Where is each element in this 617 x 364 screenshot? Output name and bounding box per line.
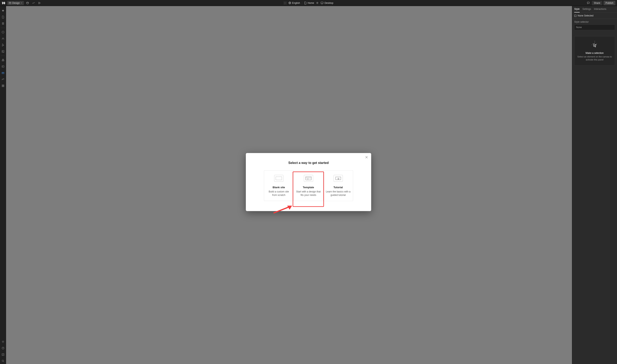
webflow-logo[interactable] xyxy=(2,1,6,5)
mode-dropdown[interactable]: Design xyxy=(7,1,24,5)
page-label: Home xyxy=(308,2,314,4)
right-panel: Style Settings Interactions None Selecte… xyxy=(572,6,617,364)
option-cards: Blank site Build a custom site from scra… xyxy=(252,170,365,201)
svg-rect-37 xyxy=(276,177,282,180)
cms-button[interactable] xyxy=(0,57,6,63)
navigator-button[interactable] xyxy=(0,21,6,26)
svg-point-21 xyxy=(2,51,3,51)
svg-point-28 xyxy=(3,341,3,342)
design-mode-icon xyxy=(9,2,11,4)
breakpoint-label: Desktop xyxy=(325,2,334,4)
page-dropdown[interactable]: Home xyxy=(304,2,314,4)
focus-icon xyxy=(283,2,286,4)
selection-label: None Selected xyxy=(578,14,593,17)
desktop-icon xyxy=(321,2,323,4)
page-icon xyxy=(304,2,307,4)
rail-separator xyxy=(1,56,5,56)
close-button[interactable] xyxy=(365,156,368,159)
canvas-settings-button[interactable] xyxy=(283,2,286,4)
svg-rect-0 xyxy=(9,2,11,4)
svg-rect-27 xyxy=(3,86,4,87)
card-subtitle: Build a custom site from scratch xyxy=(267,190,291,197)
svg-point-19 xyxy=(2,45,3,46)
analytics-icon[interactable] xyxy=(31,0,36,5)
card-title: Tutorial xyxy=(326,186,350,189)
variables-button[interactable] xyxy=(0,36,6,42)
card-title: Blank site xyxy=(267,186,291,189)
svg-point-18 xyxy=(3,45,4,46)
card-template[interactable]: Template Start with a design that fits y… xyxy=(294,170,323,201)
card-subtitle: Start with a design that fits your needs xyxy=(296,190,321,197)
users-button[interactable] xyxy=(0,70,6,76)
locale-dropdown[interactable]: English xyxy=(288,2,300,4)
rail-separator xyxy=(1,28,5,28)
search-button[interactable] xyxy=(0,358,6,364)
tab-style[interactable]: Style xyxy=(574,8,580,13)
comments-icon[interactable] xyxy=(586,0,591,5)
svg-rect-41 xyxy=(336,177,341,180)
locale-label: English xyxy=(292,2,300,4)
selection-indicator: None Selected xyxy=(572,13,617,19)
style-manager-button[interactable] xyxy=(0,42,6,48)
empty-state: Make a selection Select an element on th… xyxy=(574,36,615,66)
blank-site-icon xyxy=(274,175,283,182)
divider xyxy=(302,1,302,5)
top-toolbar: Design English Home Desktop xyxy=(0,0,617,6)
preview-icon[interactable] xyxy=(37,0,42,5)
svg-point-3 xyxy=(285,3,285,3)
style-selector-input[interactable]: None xyxy=(574,25,615,30)
card-title: Template xyxy=(296,186,321,189)
svg-point-17 xyxy=(2,44,3,45)
settings-button[interactable] xyxy=(0,339,6,345)
card-tutorial[interactable]: Tutorial Learn the basics with a guided … xyxy=(323,170,353,201)
svg-point-30 xyxy=(3,349,3,349)
empty-state-subtitle: Select an element on the canvas to activ… xyxy=(577,55,612,62)
square-icon xyxy=(574,15,577,17)
card-blank-site[interactable]: Blank site Build a custom site from scra… xyxy=(264,170,294,201)
svg-rect-22 xyxy=(2,66,4,67)
style-selector-label: Style selector xyxy=(572,19,617,25)
chevron-down-icon xyxy=(21,2,22,4)
svg-rect-34 xyxy=(574,15,576,17)
breakpoint-dropdown[interactable]: Desktop xyxy=(321,2,334,4)
panel-tabs: Style Settings Interactions xyxy=(572,6,617,13)
gear-icon xyxy=(316,2,319,4)
svg-point-32 xyxy=(2,360,4,362)
svg-point-2 xyxy=(26,2,28,3)
audit-button[interactable] xyxy=(0,351,6,358)
svg-rect-31 xyxy=(2,353,4,356)
help-button[interactable] xyxy=(0,345,6,351)
components-button[interactable] xyxy=(0,29,6,35)
page-settings-button[interactable] xyxy=(316,2,319,4)
assets-button[interactable] xyxy=(0,48,6,54)
logic-button[interactable] xyxy=(0,64,6,69)
svg-line-33 xyxy=(3,361,4,362)
empty-state-title: Make a selection xyxy=(577,52,612,54)
left-tool-rail xyxy=(0,6,6,364)
apps-button[interactable] xyxy=(0,83,6,89)
globe-icon xyxy=(288,2,291,4)
tab-interactions[interactable]: Interactions xyxy=(594,8,606,13)
topbar-right: Share Publish xyxy=(586,0,615,5)
template-icon xyxy=(304,175,313,182)
svg-rect-8 xyxy=(321,2,323,4)
svg-rect-26 xyxy=(2,86,3,87)
svg-marker-43 xyxy=(287,206,292,210)
svg-rect-25 xyxy=(3,85,4,86)
card-subtitle: Learn the basics with a guided tutorial xyxy=(326,190,350,197)
ecommerce-button[interactable] xyxy=(0,76,6,82)
modal-title: Select a way to get started xyxy=(252,161,365,165)
cursor-click-icon xyxy=(590,40,599,49)
add-element-button[interactable] xyxy=(0,8,6,14)
share-button[interactable]: Share xyxy=(592,1,602,5)
get-started-modal: Select a way to get started Blank site B… xyxy=(246,153,371,211)
pages-button[interactable] xyxy=(0,14,6,20)
svg-point-7 xyxy=(317,3,318,3)
mode-label: Design xyxy=(12,2,20,4)
tab-settings[interactable]: Settings xyxy=(582,8,591,13)
topbar-center: English Home Desktop xyxy=(283,1,333,5)
svg-rect-38 xyxy=(306,177,311,180)
publish-button[interactable]: Publish xyxy=(604,1,615,5)
tutorial-icon xyxy=(334,175,343,182)
cms-icon[interactable] xyxy=(25,0,30,5)
